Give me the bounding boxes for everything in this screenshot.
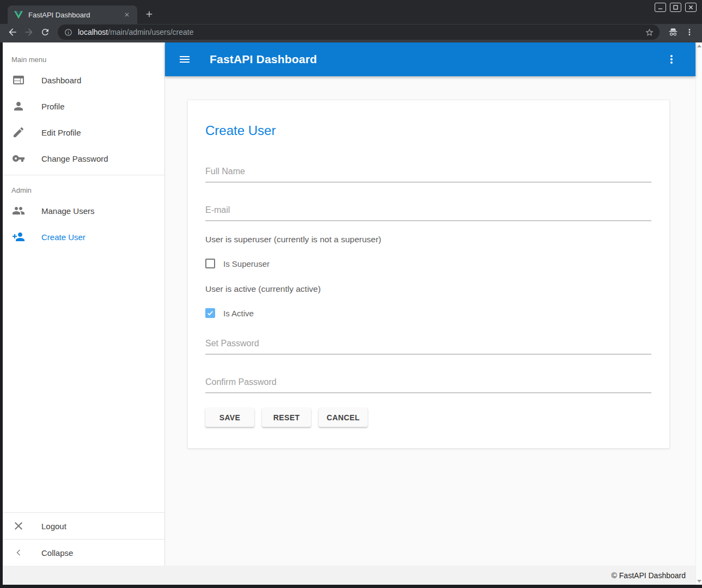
incognito-icon: [665, 24, 681, 40]
app-menu-kebab-icon[interactable]: [665, 53, 678, 66]
browser-window: FastAPI Dashboard localhost/m: [0, 0, 702, 588]
sidebar-item-label: Collapse: [41, 548, 73, 558]
sidebar-section-admin: Admin: [3, 179, 164, 198]
is-superuser-checkbox-row[interactable]: Is Superuser: [205, 259, 651, 268]
key-icon: [12, 152, 25, 165]
window-controls: [655, 3, 697, 12]
url-path: /main/admin/users/create: [108, 28, 193, 36]
sidebar-spacer: [3, 250, 164, 512]
sidebar-item-profile[interactable]: Profile: [3, 93, 164, 119]
sidebar-item-dashboard[interactable]: Dashboard: [3, 67, 164, 93]
full-name-input[interactable]: [205, 167, 651, 182]
close-icon: [12, 519, 25, 532]
page-scrollbar[interactable]: [695, 42, 702, 585]
copyright-text: © FastAPI Dashboard: [612, 571, 686, 580]
superuser-hint: User is superuser (currently is not a su…: [205, 235, 651, 244]
browser-tab-bar: FastAPI Dashboard: [0, 0, 702, 24]
app-header: FastAPI Dashboard: [165, 42, 695, 76]
sidebar: Main menu Dashboard Profile: [3, 42, 165, 566]
person-icon: [12, 100, 25, 113]
maximize-button[interactable]: [670, 3, 681, 12]
active-hint: User is active (currently active): [205, 284, 651, 294]
chevron-left-icon: [12, 546, 25, 559]
is-active-checkbox-row[interactable]: Is Active: [205, 308, 651, 318]
set-password-field-wrap: [205, 339, 651, 354]
app-title: FastAPI Dashboard: [210, 53, 317, 66]
vue-logo-icon: [14, 11, 23, 19]
sidebar-item-label: Edit Profile: [41, 128, 81, 137]
browser-tab[interactable]: FastAPI Dashboard: [8, 5, 137, 24]
sidebar-item-manage-users[interactable]: Manage Users: [3, 198, 164, 224]
set-password-input[interactable]: [205, 339, 651, 354]
is-superuser-checkbox[interactable]: [205, 259, 215, 268]
person-add-icon: [12, 230, 25, 243]
back-button[interactable]: [4, 24, 21, 40]
is-active-checkbox[interactable]: [205, 308, 215, 318]
scrollbar-down-arrow[interactable]: [697, 580, 701, 583]
create-user-card: Create User User is superuser (currently…: [187, 100, 670, 449]
content-area: Create User User is superuser (currently…: [165, 76, 695, 566]
sidebar-item-label: Profile: [41, 102, 65, 111]
full-name-field-wrap: [205, 167, 651, 182]
sidebar-item-create-user[interactable]: Create User: [3, 224, 164, 250]
page-info-icon[interactable]: [64, 28, 72, 36]
new-tab-button[interactable]: [142, 7, 157, 22]
url-text[interactable]: localhost/main/admin/users/create: [78, 28, 645, 36]
sidebar-item-logout[interactable]: Logout: [3, 513, 164, 539]
sidebar-section-main-menu: Main menu: [3, 42, 164, 67]
hamburger-menu-icon[interactable]: [178, 53, 191, 66]
save-button[interactable]: SAVE: [205, 408, 254, 427]
url-host: localhost: [78, 28, 108, 36]
sidebar-item-label: Dashboard: [41, 76, 81, 85]
dashboard-icon: [12, 74, 25, 87]
sidebar-item-edit-profile[interactable]: Edit Profile: [3, 119, 164, 145]
sidebar-item-label: Change Password: [41, 154, 108, 163]
sidebar-item-change-password[interactable]: Change Password: [3, 145, 164, 171]
sidebar-item-label: Create User: [41, 232, 86, 242]
minimize-button[interactable]: [655, 3, 666, 12]
browser-toolbar: localhost/main/admin/users/create: [0, 24, 702, 42]
email-field-wrap: [205, 205, 651, 221]
main-area: FastAPI Dashboard Create User: [165, 42, 695, 566]
confirm-password-input[interactable]: [205, 377, 651, 393]
group-icon: [12, 204, 25, 217]
close-window-button[interactable]: [685, 3, 697, 12]
email-input[interactable]: [205, 205, 651, 221]
sidebar-item-label: Manage Users: [41, 206, 95, 216]
confirm-password-field-wrap: [205, 377, 651, 393]
reload-button[interactable]: [37, 24, 53, 40]
form-buttons: SAVE RESET CANCEL: [205, 408, 651, 427]
sidebar-item-label: Logout: [41, 522, 66, 531]
forward-button[interactable]: [21, 24, 37, 40]
page: Main menu Dashboard Profile: [3, 42, 702, 585]
page-title: Create User: [205, 122, 651, 139]
bookmark-star-icon[interactable]: [645, 28, 654, 37]
tab-title: FastAPI Dashboard: [28, 11, 122, 19]
address-bar[interactable]: localhost/main/admin/users/create: [58, 24, 660, 40]
browser-menu-icon[interactable]: [681, 24, 698, 40]
tab-close-icon[interactable]: [122, 10, 132, 20]
sidebar-divider: [3, 175, 164, 175]
page-footer: © FastAPI Dashboard: [3, 566, 695, 585]
pencil-icon: [12, 126, 25, 139]
reset-button[interactable]: RESET: [262, 408, 311, 427]
scrollbar-up-arrow[interactable]: [697, 45, 701, 47]
cancel-button[interactable]: CANCEL: [319, 408, 368, 427]
checkbox-label: Is Active: [223, 309, 254, 318]
checkbox-label: Is Superuser: [223, 259, 270, 268]
sidebar-item-collapse[interactable]: Collapse: [3, 540, 164, 566]
